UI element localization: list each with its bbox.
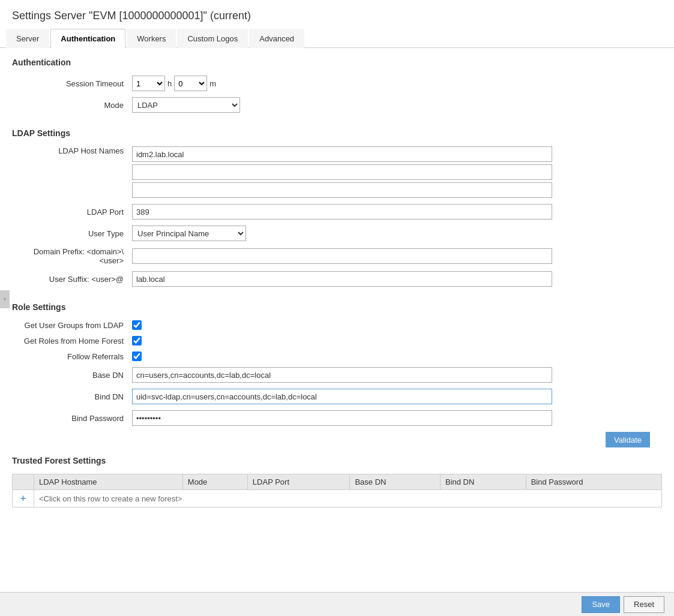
session-timeout-minutes[interactable]: 0 15 30 45: [174, 76, 207, 91]
ldap-host-input-2[interactable]: [132, 164, 552, 180]
get-roles-row: Get Roles from Home Forest: [12, 336, 662, 345]
add-row-cell[interactable]: +: [13, 490, 34, 507]
bind-password-label: Bind Password: [12, 414, 132, 423]
ldap-port-input[interactable]: [132, 204, 552, 220]
trusted-forest-new-row[interactable]: + <Click on this row to create a new for…: [13, 490, 662, 507]
get-roles-checkbox-cell: [132, 336, 142, 345]
sidebar-toggle-icon: ›: [4, 296, 5, 302]
mode-header: Mode: [182, 474, 247, 490]
bind-dn-row: Bind DN: [12, 389, 662, 404]
trusted-forest-header-row: LDAP Hostname Mode LDAP Port Base DN Bin…: [13, 474, 662, 490]
tab-advanced[interactable]: Advanced: [249, 29, 304, 48]
get-user-groups-checkbox[interactable]: [132, 320, 142, 330]
ldap-hostname-header: LDAP Hostname: [34, 474, 183, 490]
page-wrapper: Settings Server "EVM [1000000000001]" (c…: [0, 0, 674, 616]
tab-server[interactable]: Server: [6, 29, 49, 48]
user-type-label: User Type: [12, 229, 132, 238]
ldap-host-inputs: [132, 146, 552, 198]
add-icon[interactable]: +: [20, 493, 26, 503]
validate-row: Validate: [12, 432, 650, 447]
bind-dn-header: Bind DN: [440, 474, 526, 490]
trusted-forest-table: LDAP Hostname Mode LDAP Port Base DN Bin…: [12, 474, 662, 507]
base-dn-row: Base DN: [12, 367, 662, 383]
get-roles-label: Get Roles from Home Forest: [12, 336, 132, 345]
domain-prefix-row: Domain Prefix: <domain>\<user>: [12, 247, 662, 265]
user-suffix-row: User Suffix: <user>@: [12, 271, 662, 287]
user-suffix-label: User Suffix: <user>@: [12, 275, 132, 284]
content-area: Authentication Session Timeout 1 0 2 3 h…: [0, 48, 674, 517]
trusted-forest-section-title: Trusted Forest Settings: [12, 456, 662, 465]
get-roles-checkbox[interactable]: [132, 336, 142, 345]
session-timeout-hours[interactable]: 1 0 2 3: [132, 76, 165, 91]
ldap-host-label: LDAP Host Names: [12, 146, 132, 155]
mode-row: Mode Database LDAP Amazon HTTPD: [12, 97, 662, 113]
tab-authentication[interactable]: Authentication: [50, 29, 125, 48]
new-forest-placeholder[interactable]: <Click on this row to create a new fores…: [34, 490, 662, 507]
get-user-groups-row: Get User Groups from LDAP: [12, 320, 662, 330]
minutes-unit: m: [209, 79, 216, 88]
user-type-row: User Type User Principal Name SAM Accoun…: [12, 226, 662, 241]
follow-referrals-checkbox-cell: [132, 351, 142, 361]
base-dn-header: Base DN: [350, 474, 441, 490]
ldap-port-label: LDAP Port: [12, 208, 132, 217]
session-timeout-controls: 1 0 2 3 h 0 15 30 45 m: [132, 76, 216, 91]
session-timeout-row: Session Timeout 1 0 2 3 h 0 15 30 45 m: [12, 76, 662, 91]
role-section-title: Role Settings: [12, 302, 662, 312]
ldap-host-input-3[interactable]: [132, 182, 552, 198]
ldap-host-names-row: LDAP Host Names: [12, 146, 662, 198]
follow-referrals-row: Follow Referrals: [12, 351, 662, 361]
auth-section-title: Authentication: [12, 58, 662, 67]
bind-dn-input[interactable]: [132, 389, 552, 404]
get-user-groups-label: Get User Groups from LDAP: [12, 321, 132, 330]
follow-referrals-label: Follow Referrals: [12, 352, 132, 361]
base-dn-label: Base DN: [12, 371, 132, 380]
add-col-header: [13, 474, 34, 490]
reset-button[interactable]: Reset: [624, 596, 664, 613]
domain-prefix-label: Domain Prefix: <domain>\<user>: [12, 247, 132, 265]
tabs-bar: Server Authentication Workers Custom Log…: [0, 28, 674, 48]
domain-prefix-input[interactable]: [132, 248, 552, 264]
user-type-select[interactable]: User Principal Name SAM Account Name Dis…: [132, 226, 246, 241]
sidebar-toggle-button[interactable]: ›: [0, 290, 10, 308]
validate-button[interactable]: Validate: [606, 432, 650, 447]
tab-workers[interactable]: Workers: [127, 29, 176, 48]
bind-password-row: Bind Password: [12, 410, 662, 426]
bind-dn-label: Bind DN: [12, 392, 132, 401]
mode-label: Mode: [12, 101, 132, 110]
page-title: Settings Server "EVM [1000000000001]" (c…: [0, 0, 674, 28]
base-dn-input[interactable]: [132, 367, 552, 383]
ldap-port-row: LDAP Port: [12, 204, 662, 220]
get-user-groups-checkbox-cell: [132, 320, 142, 330]
follow-referrals-checkbox[interactable]: [132, 351, 142, 361]
ldap-host-input-1[interactable]: [132, 146, 552, 162]
session-timeout-label: Session Timeout: [12, 79, 132, 88]
hours-unit: h: [167, 79, 172, 88]
ldap-port-header: LDAP Port: [247, 474, 350, 490]
ldap-section-title: LDAP Settings: [12, 128, 662, 138]
tab-custom-logos[interactable]: Custom Logos: [177, 29, 248, 48]
user-suffix-input[interactable]: [132, 271, 552, 287]
bind-password-header: Bind Password: [526, 474, 661, 490]
bind-password-input[interactable]: [132, 410, 552, 426]
mode-select[interactable]: Database LDAP Amazon HTTPD: [132, 97, 240, 113]
save-button[interactable]: Save: [582, 596, 620, 613]
footer-bar: Save Reset: [0, 592, 674, 616]
